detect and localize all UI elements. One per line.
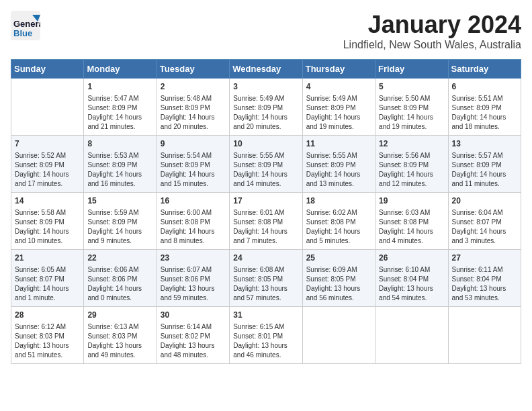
day-cell: 9Sunrise: 5:54 AM Sunset: 8:09 PM Daylig… <box>157 136 229 193</box>
day-number: 3 <box>233 81 298 93</box>
day-info: Sunrise: 5:54 AM Sunset: 8:09 PM Dayligh… <box>161 151 226 189</box>
day-cell: 4Sunrise: 5:49 AM Sunset: 8:09 PM Daylig… <box>302 79 375 136</box>
day-cell: 11Sunrise: 5:55 AM Sunset: 8:09 PM Dayli… <box>302 136 375 193</box>
day-info: Sunrise: 6:14 AM Sunset: 8:02 PM Dayligh… <box>161 322 226 360</box>
day-cell: 25Sunrise: 6:09 AM Sunset: 8:05 PM Dayli… <box>302 250 375 307</box>
day-info: Sunrise: 6:04 AM Sunset: 8:07 PM Dayligh… <box>452 208 517 246</box>
day-cell <box>448 307 521 364</box>
day-cell: 1Sunrise: 5:47 AM Sunset: 8:09 PM Daylig… <box>84 79 157 136</box>
week-row-1: 1Sunrise: 5:47 AM Sunset: 8:09 PM Daylig… <box>11 79 521 136</box>
day-number: 17 <box>233 195 298 207</box>
day-number: 14 <box>15 195 80 207</box>
weekday-header-tuesday: Tuesday <box>157 60 229 79</box>
day-info: Sunrise: 5:49 AM Sunset: 8:09 PM Dayligh… <box>233 94 298 132</box>
day-number: 20 <box>452 195 517 207</box>
day-number: 8 <box>87 138 152 150</box>
day-info: Sunrise: 6:05 AM Sunset: 8:07 PM Dayligh… <box>15 265 80 303</box>
day-info: Sunrise: 6:07 AM Sunset: 8:06 PM Dayligh… <box>161 265 226 303</box>
day-info: Sunrise: 6:02 AM Sunset: 8:08 PM Dayligh… <box>306 208 371 246</box>
calendar-table: SundayMondayTuesdayWednesdayThursdayFrid… <box>11 59 521 364</box>
day-number: 28 <box>15 310 80 321</box>
day-info: Sunrise: 6:03 AM Sunset: 8:08 PM Dayligh… <box>379 208 444 246</box>
day-cell: 17Sunrise: 6:01 AM Sunset: 8:08 PM Dayli… <box>230 193 302 250</box>
day-cell: 10Sunrise: 5:55 AM Sunset: 8:09 PM Dayli… <box>230 136 302 193</box>
day-number: 10 <box>233 138 298 150</box>
day-cell: 23Sunrise: 6:07 AM Sunset: 8:06 PM Dayli… <box>157 250 229 307</box>
day-info: Sunrise: 6:12 AM Sunset: 8:03 PM Dayligh… <box>15 322 80 360</box>
weekday-header-row: SundayMondayTuesdayWednesdayThursdayFrid… <box>11 60 521 79</box>
day-cell <box>11 79 84 136</box>
weekday-header-wednesday: Wednesday <box>230 60 302 79</box>
day-number: 29 <box>87 310 152 321</box>
day-number: 6 <box>452 81 517 93</box>
day-number: 5 <box>379 81 444 93</box>
day-number: 11 <box>306 138 371 150</box>
day-cell: 8Sunrise: 5:53 AM Sunset: 8:09 PM Daylig… <box>84 136 157 193</box>
week-row-5: 28Sunrise: 6:12 AM Sunset: 8:03 PM Dayli… <box>11 307 521 364</box>
day-cell <box>375 307 448 364</box>
title-section: January 2024 Lindfield, New South Wales,… <box>343 11 521 51</box>
day-info: Sunrise: 5:55 AM Sunset: 8:09 PM Dayligh… <box>306 151 371 189</box>
week-row-2: 7Sunrise: 5:52 AM Sunset: 8:09 PM Daylig… <box>11 136 521 193</box>
weekday-header-friday: Friday <box>375 60 448 79</box>
day-cell: 13Sunrise: 5:57 AM Sunset: 8:09 PM Dayli… <box>448 136 521 193</box>
day-cell: 26Sunrise: 6:10 AM Sunset: 8:04 PM Dayli… <box>375 250 448 307</box>
day-cell: 28Sunrise: 6:12 AM Sunset: 8:03 PM Dayli… <box>11 307 84 364</box>
day-cell: 2Sunrise: 5:48 AM Sunset: 8:09 PM Daylig… <box>157 79 229 136</box>
day-cell <box>302 307 375 364</box>
day-cell: 19Sunrise: 6:03 AM Sunset: 8:08 PM Dayli… <box>375 193 448 250</box>
day-cell: 29Sunrise: 6:13 AM Sunset: 8:03 PM Dayli… <box>84 307 157 364</box>
day-number: 7 <box>15 138 80 150</box>
day-cell: 21Sunrise: 6:05 AM Sunset: 8:07 PM Dayli… <box>11 250 84 307</box>
day-cell: 20Sunrise: 6:04 AM Sunset: 8:07 PM Dayli… <box>448 193 521 250</box>
day-info: Sunrise: 5:51 AM Sunset: 8:09 PM Dayligh… <box>452 94 517 132</box>
day-number: 9 <box>161 138 226 150</box>
day-info: Sunrise: 5:48 AM Sunset: 8:09 PM Dayligh… <box>161 94 226 132</box>
day-info: Sunrise: 6:06 AM Sunset: 8:06 PM Dayligh… <box>87 265 152 303</box>
calendar-title: January 2024 <box>343 11 521 39</box>
day-info: Sunrise: 5:47 AM Sunset: 8:09 PM Dayligh… <box>87 94 152 132</box>
day-number: 15 <box>87 195 152 207</box>
calendar-subtitle: Lindfield, New South Wales, Australia <box>343 39 521 51</box>
day-number: 31 <box>233 310 298 321</box>
day-number: 12 <box>379 138 444 150</box>
logo-icon: General Blue <box>11 11 40 40</box>
header: General Blue January 2024 Lindfield, New… <box>11 11 521 51</box>
day-info: Sunrise: 6:10 AM Sunset: 8:04 PM Dayligh… <box>379 265 444 303</box>
day-info: Sunrise: 6:09 AM Sunset: 8:05 PM Dayligh… <box>306 265 371 303</box>
weekday-header-monday: Monday <box>84 60 157 79</box>
day-number: 23 <box>161 253 226 264</box>
day-number: 25 <box>306 253 371 264</box>
day-cell: 5Sunrise: 5:50 AM Sunset: 8:09 PM Daylig… <box>375 79 448 136</box>
logo: General Blue <box>11 11 40 40</box>
svg-text:General: General <box>13 19 40 29</box>
weekday-header-thursday: Thursday <box>302 60 375 79</box>
day-info: Sunrise: 6:15 AM Sunset: 8:01 PM Dayligh… <box>233 322 298 360</box>
day-info: Sunrise: 5:50 AM Sunset: 8:09 PM Dayligh… <box>379 94 444 132</box>
day-info: Sunrise: 6:01 AM Sunset: 8:08 PM Dayligh… <box>233 208 298 246</box>
weekday-header-sunday: Sunday <box>11 60 84 79</box>
day-cell: 18Sunrise: 6:02 AM Sunset: 8:08 PM Dayli… <box>302 193 375 250</box>
weekday-header-saturday: Saturday <box>448 60 521 79</box>
day-number: 26 <box>379 253 444 264</box>
day-cell: 3Sunrise: 5:49 AM Sunset: 8:09 PM Daylig… <box>230 79 302 136</box>
day-cell: 15Sunrise: 5:59 AM Sunset: 8:09 PM Dayli… <box>84 193 157 250</box>
day-number: 2 <box>161 81 226 93</box>
day-number: 18 <box>306 195 371 207</box>
day-info: Sunrise: 6:00 AM Sunset: 8:08 PM Dayligh… <box>161 208 226 246</box>
day-info: Sunrise: 6:08 AM Sunset: 8:05 PM Dayligh… <box>233 265 298 303</box>
day-number: 24 <box>233 253 298 264</box>
day-info: Sunrise: 5:55 AM Sunset: 8:09 PM Dayligh… <box>233 151 298 189</box>
day-cell: 30Sunrise: 6:14 AM Sunset: 8:02 PM Dayli… <box>157 307 229 364</box>
day-info: Sunrise: 5:49 AM Sunset: 8:09 PM Dayligh… <box>306 94 371 132</box>
day-cell: 31Sunrise: 6:15 AM Sunset: 8:01 PM Dayli… <box>230 307 302 364</box>
svg-text:Blue: Blue <box>13 28 32 38</box>
day-number: 1 <box>87 81 152 93</box>
week-row-3: 14Sunrise: 5:58 AM Sunset: 8:09 PM Dayli… <box>11 193 521 250</box>
day-cell: 7Sunrise: 5:52 AM Sunset: 8:09 PM Daylig… <box>11 136 84 193</box>
day-number: 22 <box>87 253 152 264</box>
day-info: Sunrise: 5:53 AM Sunset: 8:09 PM Dayligh… <box>87 151 152 189</box>
day-cell: 12Sunrise: 5:56 AM Sunset: 8:09 PM Dayli… <box>375 136 448 193</box>
day-info: Sunrise: 5:59 AM Sunset: 8:09 PM Dayligh… <box>87 208 152 246</box>
day-cell: 22Sunrise: 6:06 AM Sunset: 8:06 PM Dayli… <box>84 250 157 307</box>
